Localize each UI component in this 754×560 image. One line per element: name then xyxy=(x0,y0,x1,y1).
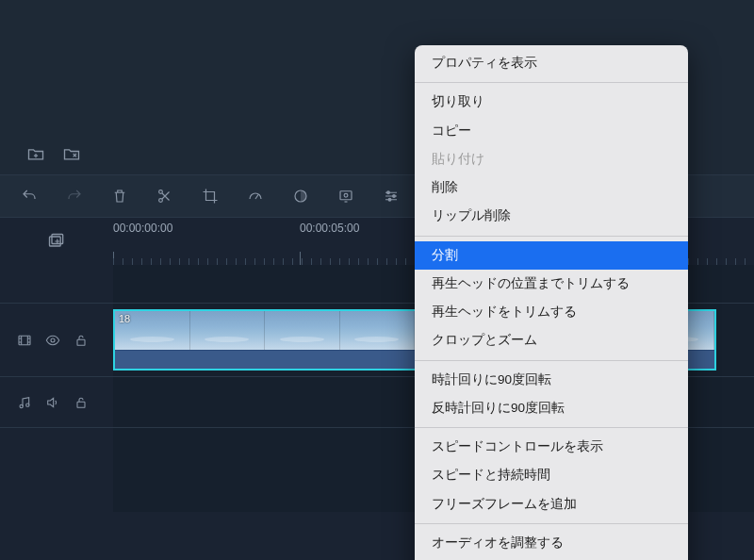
menu-copy[interactable]: コピー xyxy=(415,117,688,145)
clip-context-menu: プロパティを表示 切り取り コピー 貼り付け 削除 リップル削除 分割 再生ヘッ… xyxy=(415,45,688,560)
svg-point-11 xyxy=(51,338,55,342)
svg-point-4 xyxy=(344,193,348,197)
speaker-icon[interactable] xyxy=(45,395,60,410)
green-screen-icon[interactable] xyxy=(337,188,354,205)
menu-rotate-ccw[interactable]: 反時計回りに90度回転 xyxy=(415,394,688,422)
menu-cut[interactable]: 切り取り xyxy=(415,88,688,116)
svg-point-7 xyxy=(388,198,391,201)
timecode-0: 00:00:00:00 xyxy=(113,222,172,235)
svg-point-5 xyxy=(387,191,390,194)
menu-split[interactable]: 分割 xyxy=(415,241,688,270)
menu-speed-duration[interactable]: スピードと持続時間 xyxy=(415,461,688,489)
media-insert-icon[interactable] xyxy=(47,232,66,251)
lock-icon[interactable] xyxy=(74,395,89,410)
svg-rect-15 xyxy=(77,402,85,407)
svg-point-6 xyxy=(393,195,396,198)
redo-icon xyxy=(66,188,83,205)
menu-show-properties[interactable]: プロパティを表示 xyxy=(415,49,688,77)
delete-folder-icon[interactable] xyxy=(62,144,81,163)
svg-point-1 xyxy=(159,199,163,203)
menu-adjust-audio[interactable]: オーディオを調整する xyxy=(415,529,688,557)
menu-ripple-delete[interactable]: リップル削除 xyxy=(415,202,688,230)
undo-icon[interactable] xyxy=(21,188,38,205)
menu-rotate-cw[interactable]: 時計回りに90度回転 xyxy=(415,366,688,394)
svg-point-14 xyxy=(26,404,29,406)
menu-crop-zoom[interactable]: クロップとズーム xyxy=(415,326,688,354)
clip-label: 18 xyxy=(119,313,130,324)
svg-point-13 xyxy=(20,404,23,407)
video-track-icon xyxy=(17,333,32,348)
menu-show-speed[interactable]: スピードコントロールを表示 xyxy=(415,433,688,461)
menu-trim-playhead[interactable]: 再生ヘッドをトリムする xyxy=(415,298,688,326)
menu-paste: 貼り付け xyxy=(415,145,688,173)
svg-rect-3 xyxy=(340,191,352,200)
svg-point-0 xyxy=(159,190,163,194)
audio-track-icon xyxy=(17,395,32,410)
adjust-icon[interactable] xyxy=(383,188,400,205)
lock-icon[interactable] xyxy=(74,333,89,348)
split-icon[interactable] xyxy=(156,188,173,205)
menu-freeze-frame[interactable]: フリーズフレームを追加 xyxy=(415,490,688,519)
crop-icon[interactable] xyxy=(202,188,219,205)
visibility-icon[interactable] xyxy=(45,333,60,348)
new-folder-icon[interactable] xyxy=(26,144,45,163)
delete-icon[interactable] xyxy=(111,188,128,205)
menu-trim-to-playhead[interactable]: 再生ヘッドの位置までトリムする xyxy=(415,270,688,298)
timecode-5: 00:00:05:00 xyxy=(300,222,359,235)
svg-rect-10 xyxy=(19,336,30,344)
speed-icon[interactable] xyxy=(247,188,264,205)
svg-rect-12 xyxy=(77,339,85,345)
color-icon[interactable] xyxy=(292,188,309,205)
menu-delete[interactable]: 削除 xyxy=(415,173,688,202)
